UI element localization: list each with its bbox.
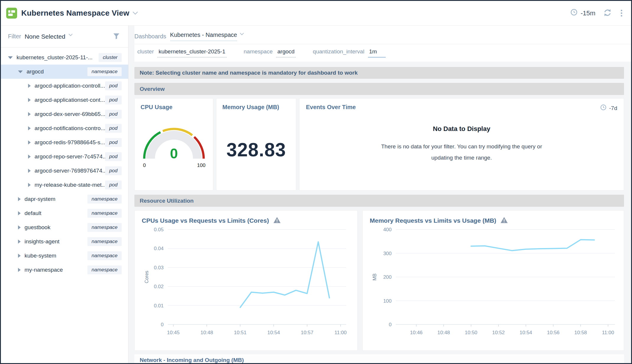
caret-right-icon[interactable] (18, 197, 21, 201)
caret-down-icon[interactable] (8, 56, 13, 59)
note-banner: Note: Selecting cluster name and namespa… (134, 67, 624, 79)
node-type-badge: cluster (99, 53, 122, 62)
svg-text:Cores: Cores (144, 271, 149, 283)
svg-text:0.01: 0.01 (154, 303, 164, 309)
tree-item-kube-system[interactable]: kube-systemnamespace (1, 249, 128, 263)
svg-text:10:58: 10:58 (574, 330, 587, 335)
events-over-time-panel: Events Over Time -7d No Data to Display (299, 98, 624, 191)
caret-right-icon[interactable] (18, 254, 21, 258)
param-quantization-interval-value[interactable]: 1m (368, 48, 386, 58)
tree-item-argocd-repo-server-7c4574[interactable]: argocd-repo-server-7c4574...pod (1, 150, 128, 164)
dashboard-chevron-down-icon[interactable] (240, 31, 244, 37)
node-type-badge: pod (105, 166, 122, 175)
events-time-range[interactable]: -7d (600, 104, 617, 112)
caret-right-icon[interactable] (28, 98, 31, 102)
app-header: Kubernetes Namespace View -15m (1, 1, 631, 26)
warning-icon[interactable] (500, 217, 508, 225)
refresh-icon[interactable] (603, 8, 612, 18)
cpu-chart-panel: CPUs Usage vs Requests vs Limits (Cores)… (134, 210, 358, 351)
param-namespace-value[interactable]: argocd (276, 48, 296, 58)
tree-item-label: my-release-kube-state-met... (35, 182, 105, 188)
tree-item-label: argocd-repo-server-7c4574... (35, 153, 105, 160)
node-type-badge: namespace (87, 195, 122, 204)
param-cluster-value[interactable]: kubernetes_cluster-2025-1 (157, 48, 227, 58)
title-chevron-down-icon[interactable] (132, 11, 138, 16)
tree-item-label: argocd-dex-server-69bb65... (35, 111, 105, 117)
gauge-value: 0 (170, 145, 178, 161)
tree-item-my-namespace[interactable]: my-namespacenamespace (1, 263, 128, 277)
no-data-message: No Data to Display There is no data for … (299, 125, 624, 163)
node-type-badge: namespace (87, 237, 122, 246)
node-type-badge: namespace (87, 67, 122, 76)
svg-text:10:45: 10:45 (167, 330, 180, 335)
tree-item-label: kube-system (25, 252, 87, 259)
cpu-usage-gauge: 0 0 100 (141, 123, 207, 169)
caret-right-icon[interactable] (18, 225, 21, 229)
tree-item-label: guestbook (25, 224, 87, 231)
tree-item-argocd[interactable]: argocdnamespace (1, 65, 128, 79)
filter-chevron-down-icon[interactable] (68, 32, 73, 37)
node-type-badge: namespace (87, 251, 122, 260)
tree-item-guestbook[interactable]: guestbooknamespace (1, 220, 128, 235)
events-time-range-label: -7d (609, 105, 617, 112)
svg-text:10:48: 10:48 (437, 330, 450, 335)
caret-right-icon[interactable] (18, 240, 21, 244)
svg-text:300: 300 (383, 251, 392, 256)
svg-text:10:57: 10:57 (301, 330, 314, 335)
memory-usage-panel: Memory Usage (MB) 328.83 (216, 98, 296, 191)
clock-icon (600, 104, 607, 112)
node-type-badge: namespace (87, 209, 122, 218)
caret-right-icon[interactable] (28, 169, 31, 173)
events-over-time-title: Events Over Time (306, 104, 356, 111)
filter-funnel-icon[interactable] (112, 32, 120, 41)
svg-text:10:48: 10:48 (201, 330, 213, 335)
tree-item-insights-agent[interactable]: insights-agentnamespace (1, 235, 128, 249)
node-type-badge: pod (105, 152, 122, 161)
tree-item-default[interactable]: defaultnamespace (1, 206, 128, 220)
tree-item-argocd-redis-979886645-s[interactable]: argocd-redis-979886645-s...pod (1, 135, 128, 150)
tree-item-argocd-dex-server-69bb65[interactable]: argocd-dex-server-69bb65...pod (1, 107, 128, 121)
tree-item-label: default (25, 210, 87, 217)
warning-icon[interactable] (273, 217, 281, 225)
section-header-overview[interactable]: Overview (134, 83, 624, 95)
caret-down-icon[interactable] (18, 70, 23, 73)
caret-right-icon[interactable] (28, 140, 31, 145)
param-quantization-interval-label: quantization_interval (313, 48, 364, 55)
tree-item-label: insights-agent (25, 238, 87, 245)
cpu-usage-panel: CPU Usage 0 0 100 (134, 98, 213, 191)
svg-text:10:51: 10:51 (234, 330, 247, 335)
tree-item-dapr-system[interactable]: dapr-systemnamespace (1, 192, 128, 206)
tree-item-kubernetes-cluster-2025-11[interactable]: kubernetes_cluster-2025-11-...cluster (1, 50, 128, 65)
svg-text:10:54: 10:54 (519, 330, 532, 335)
time-range-label: -15m (581, 9, 595, 17)
gauge-max-label: 100 (197, 163, 206, 168)
section-header-network[interactable]: Network - Incoming and Outgoing (MB) (134, 354, 624, 363)
param-namespace-label: namespace (244, 48, 273, 55)
tree-item-argocd-notifications-contro[interactable]: argocd-notifications-contro...pod (1, 121, 128, 135)
tree-item-argocd-applicationset-cont[interactable]: argocd-applicationset-cont...pod (1, 93, 128, 107)
caret-right-icon[interactable] (18, 211, 21, 215)
svg-text:11:00: 11:00 (334, 330, 346, 335)
param-namespace: namespace argocd (244, 48, 296, 58)
caret-right-icon[interactable] (28, 112, 31, 116)
tree-item-label: argocd-server-7698976474... (35, 168, 105, 174)
filter-value-dropdown[interactable]: None Selected (25, 33, 65, 40)
filter-label: Filter (8, 33, 21, 40)
dashboard-selector[interactable]: Kubernetes - Namespace (170, 32, 237, 41)
caret-right-icon[interactable] (28, 84, 31, 88)
tree-item-argocd-application-controll[interactable]: argocd-application-controll...pod (1, 79, 128, 93)
global-time-range[interactable]: -15m (570, 8, 595, 18)
caret-right-icon[interactable] (28, 126, 31, 130)
section-header-resource-utilization[interactable]: Resource Utilization (134, 195, 624, 207)
svg-text:200: 200 (383, 274, 392, 280)
caret-right-icon[interactable] (28, 155, 31, 159)
tree-item-argocd-server-7698976474[interactable]: argocd-server-7698976474...pod (1, 164, 128, 178)
caret-right-icon[interactable] (28, 183, 31, 187)
svg-text:0.04: 0.04 (154, 246, 164, 251)
tree-item-label: my-namespace (25, 267, 87, 273)
gauge-min-label: 0 (143, 163, 146, 168)
caret-right-icon[interactable] (18, 268, 21, 272)
more-options-kebab-icon[interactable] (620, 9, 623, 18)
tree-item-my-release-kube-state-met[interactable]: my-release-kube-state-met...pod (1, 178, 128, 192)
svg-text:10:46: 10:46 (410, 330, 423, 335)
